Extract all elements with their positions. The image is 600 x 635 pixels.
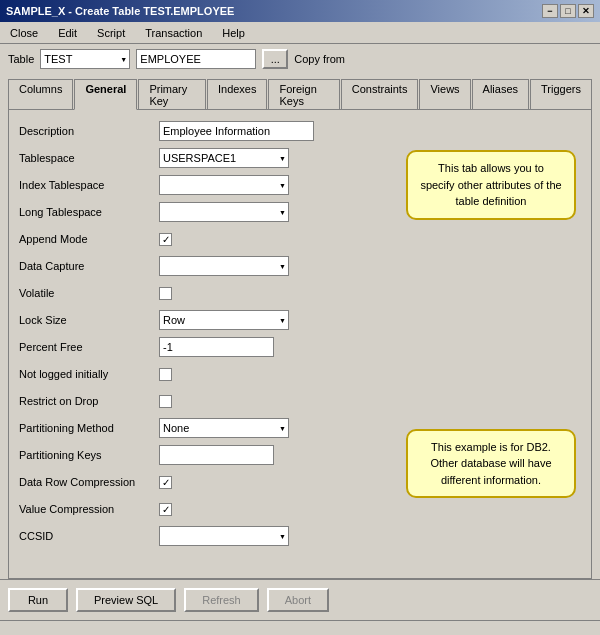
restrict-on-drop-checkbox[interactable] — [159, 395, 172, 408]
long-tablespace-label: Long Tablespace — [19, 206, 159, 218]
preview-sql-button[interactable]: Preview SQL — [76, 588, 176, 612]
table-label: Table — [8, 53, 34, 65]
data-capture-dropdown[interactable] — [159, 256, 289, 276]
lock-size-dropdown-wrapper: Row Table Tablespace — [159, 310, 289, 330]
percent-free-label: Percent Free — [19, 341, 159, 353]
lock-size-dropdown[interactable]: Row Table Tablespace — [159, 310, 289, 330]
tab-foreign-keys[interactable]: Foreign Keys — [268, 79, 339, 110]
content-area: Description Tablespace USERSPACE1 IBMDEF… — [8, 109, 592, 579]
append-mode-row: Append Mode — [19, 228, 581, 250]
refresh-button[interactable]: Refresh — [184, 588, 259, 612]
maximize-button[interactable]: □ — [560, 4, 576, 18]
schema-dropdown[interactable]: TEST — [40, 49, 130, 69]
description-label: Description — [19, 125, 159, 137]
menu-edit[interactable]: Edit — [52, 25, 83, 41]
partitioning-method-dropdown[interactable]: None Hash Range — [159, 418, 289, 438]
restrict-on-drop-label: Restrict on Drop — [19, 395, 159, 407]
table-row: Table TEST ... Copy from — [0, 44, 600, 74]
menu-help[interactable]: Help — [216, 25, 251, 41]
data-row-compression-checkbox[interactable] — [159, 476, 172, 489]
ccsid-label: CCSID — [19, 530, 159, 542]
lock-size-label: Lock Size — [19, 314, 159, 326]
long-tablespace-dropdown[interactable] — [159, 202, 289, 222]
restrict-on-drop-row: Restrict on Drop — [19, 390, 581, 412]
tablespace-dropdown-wrapper: USERSPACE1 IBMDEFAULTGROUP SYSCATSPACE — [159, 148, 289, 168]
append-mode-label: Append Mode — [19, 233, 159, 245]
index-tablespace-dropdown[interactable] — [159, 175, 289, 195]
index-tablespace-label: Index Tablespace — [19, 179, 159, 191]
table-name-input[interactable] — [136, 49, 256, 69]
long-tablespace-dropdown-wrapper — [159, 202, 289, 222]
tab-triggers[interactable]: Triggers — [530, 79, 592, 110]
tab-aliases[interactable]: Aliases — [472, 79, 529, 110]
partitioning-method-label: Partitioning Method — [19, 422, 159, 434]
window-title: SAMPLE_X - Create Table TEST.EMPLOYEE — [6, 5, 234, 17]
menu-script[interactable]: Script — [91, 25, 131, 41]
not-logged-label: Not logged initially — [19, 368, 159, 380]
data-capture-row: Data Capture — [19, 255, 581, 277]
data-capture-label: Data Capture — [19, 260, 159, 272]
abort-button[interactable]: Abort — [267, 588, 329, 612]
lock-size-row: Lock Size Row Table Tablespace — [19, 309, 581, 331]
minimize-button[interactable]: − — [542, 4, 558, 18]
button-bar: Run Preview SQL Refresh Abort — [0, 579, 600, 620]
info-bubble-1: This tab allows you to specify other att… — [406, 150, 576, 220]
browse-button[interactable]: ... — [262, 49, 288, 69]
ccsid-row: CCSID — [19, 525, 581, 547]
volatile-label: Volatile — [19, 287, 159, 299]
tab-primary-key[interactable]: Primary Key — [138, 79, 206, 110]
tab-indexes[interactable]: Indexes — [207, 79, 268, 110]
close-button[interactable]: ✕ — [578, 4, 594, 18]
tab-views[interactable]: Views — [419, 79, 470, 110]
tab-constraints[interactable]: Constraints — [341, 79, 419, 110]
value-compression-checkbox[interactable] — [159, 503, 172, 516]
data-row-compression-label: Data Row Compression — [19, 476, 159, 488]
description-row: Description — [19, 120, 581, 142]
tabs-container: Columns General Primary Key Indexes Fore… — [0, 74, 600, 109]
tablespace-label: Tablespace — [19, 152, 159, 164]
not-logged-row: Not logged initially — [19, 363, 581, 385]
status-bar — [0, 620, 600, 635]
title-controls: − □ ✕ — [542, 4, 594, 18]
value-compression-row: Value Compression — [19, 498, 581, 520]
info-bubble-2: This example is for DB2. Other database … — [406, 429, 576, 499]
value-compression-label: Value Compression — [19, 503, 159, 515]
ccsid-dropdown[interactable] — [159, 526, 289, 546]
partitioning-method-dropdown-wrapper: None Hash Range — [159, 418, 289, 438]
title-bar: SAMPLE_X - Create Table TEST.EMPLOYEE − … — [0, 0, 600, 22]
data-capture-dropdown-wrapper — [159, 256, 289, 276]
append-mode-checkbox[interactable] — [159, 233, 172, 246]
menu-transaction[interactable]: Transaction — [139, 25, 208, 41]
tab-general[interactable]: General — [74, 79, 137, 110]
not-logged-checkbox[interactable] — [159, 368, 172, 381]
volatile-row: Volatile — [19, 282, 581, 304]
partitioning-keys-input[interactable] — [159, 445, 274, 465]
menu-close[interactable]: Close — [4, 25, 44, 41]
schema-dropdown-wrapper: TEST — [40, 49, 130, 69]
percent-free-row: Percent Free — [19, 336, 581, 358]
percent-free-input[interactable] — [159, 337, 274, 357]
menu-bar: Close Edit Script Transaction Help — [0, 22, 600, 44]
tablespace-dropdown[interactable]: USERSPACE1 IBMDEFAULTGROUP SYSCATSPACE — [159, 148, 289, 168]
description-input[interactable] — [159, 121, 314, 141]
partitioning-keys-label: Partitioning Keys — [19, 449, 159, 461]
run-button[interactable]: Run — [8, 588, 68, 612]
index-tablespace-dropdown-wrapper — [159, 175, 289, 195]
tab-columns[interactable]: Columns — [8, 79, 73, 110]
copy-from-label: Copy from — [294, 53, 345, 65]
ccsid-dropdown-wrapper — [159, 526, 289, 546]
volatile-checkbox[interactable] — [159, 287, 172, 300]
